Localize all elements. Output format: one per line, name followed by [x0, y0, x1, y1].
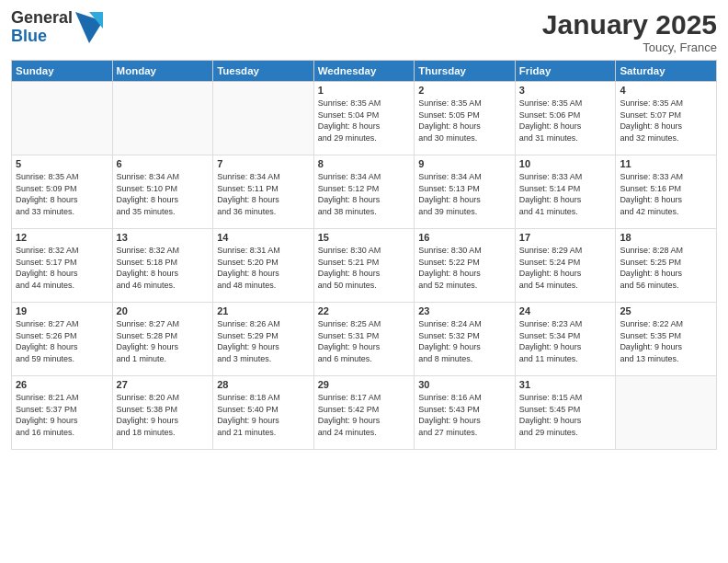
calendar-week-row: 12Sunrise: 8:32 AM Sunset: 5:17 PM Dayli… — [12, 229, 717, 303]
day-info: Sunrise: 8:18 AM Sunset: 5:40 PM Dayligh… — [217, 392, 310, 438]
header-monday: Monday — [112, 61, 213, 82]
logo-general: General — [11, 9, 73, 28]
day-number: 18 — [620, 232, 712, 243]
calendar: Sunday Monday Tuesday Wednesday Thursday… — [11, 60, 717, 450]
calendar-week-row: 19Sunrise: 8:27 AM Sunset: 5:26 PM Dayli… — [12, 303, 717, 376]
day-info: Sunrise: 8:29 AM Sunset: 5:24 PM Dayligh… — [519, 245, 612, 291]
day-info: Sunrise: 8:34 AM Sunset: 5:11 PM Dayligh… — [217, 171, 310, 217]
table-row: 22Sunrise: 8:25 AM Sunset: 5:31 PM Dayli… — [313, 303, 415, 376]
day-info: Sunrise: 8:30 AM Sunset: 5:21 PM Dayligh… — [318, 245, 411, 291]
header-saturday: Saturday — [616, 61, 717, 82]
header-thursday: Thursday — [415, 61, 516, 82]
header-sunday: Sunday — [12, 61, 113, 82]
day-number: 30 — [418, 379, 511, 390]
table-row: 14Sunrise: 8:31 AM Sunset: 5:20 PM Dayli… — [213, 229, 314, 303]
day-info: Sunrise: 8:32 AM Sunset: 5:17 PM Dayligh… — [16, 245, 108, 291]
day-info: Sunrise: 8:17 AM Sunset: 5:42 PM Dayligh… — [318, 392, 411, 438]
day-info: Sunrise: 8:32 AM Sunset: 5:18 PM Dayligh… — [117, 245, 210, 291]
table-row: 19Sunrise: 8:27 AM Sunset: 5:26 PM Dayli… — [12, 303, 113, 376]
day-info: Sunrise: 8:24 AM Sunset: 5:32 PM Dayligh… — [418, 318, 511, 364]
table-row: 10Sunrise: 8:33 AM Sunset: 5:14 PM Dayli… — [515, 155, 616, 229]
title-area: January 2025 Toucy, France — [542, 9, 717, 54]
table-row: 15Sunrise: 8:30 AM Sunset: 5:21 PM Dayli… — [313, 229, 415, 303]
day-info: Sunrise: 8:20 AM Sunset: 5:38 PM Dayligh… — [117, 392, 210, 438]
table-row: 9Sunrise: 8:34 AM Sunset: 5:13 PM Daylig… — [415, 155, 516, 229]
day-info: Sunrise: 8:33 AM Sunset: 5:14 PM Dayligh… — [519, 171, 612, 217]
location: Toucy, France — [542, 40, 717, 54]
day-info: Sunrise: 8:15 AM Sunset: 5:45 PM Dayligh… — [519, 392, 612, 438]
day-number: 8 — [318, 158, 411, 169]
table-row: 21Sunrise: 8:26 AM Sunset: 5:29 PM Dayli… — [213, 303, 314, 376]
day-info: Sunrise: 8:35 AM Sunset: 5:06 PM Dayligh… — [519, 98, 612, 144]
logo-blue: Blue — [11, 28, 73, 46]
day-number: 25 — [620, 305, 712, 316]
table-row: 16Sunrise: 8:30 AM Sunset: 5:22 PM Dayli… — [415, 229, 516, 303]
day-info: Sunrise: 8:35 AM Sunset: 5:07 PM Dayligh… — [620, 98, 712, 144]
table-row — [616, 376, 717, 450]
day-info: Sunrise: 8:27 AM Sunset: 5:26 PM Dayligh… — [16, 318, 108, 364]
day-number: 15 — [318, 232, 411, 243]
day-info: Sunrise: 8:28 AM Sunset: 5:25 PM Dayligh… — [620, 245, 712, 291]
day-number: 21 — [217, 305, 310, 316]
table-row: 12Sunrise: 8:32 AM Sunset: 5:17 PM Dayli… — [12, 229, 113, 303]
table-row: 26Sunrise: 8:21 AM Sunset: 5:37 PM Dayli… — [12, 376, 113, 450]
day-number: 31 — [519, 379, 612, 390]
month-title: January 2025 — [542, 9, 717, 40]
logo-text: General Blue — [11, 9, 73, 46]
table-row: 31Sunrise: 8:15 AM Sunset: 5:45 PM Dayli… — [515, 376, 616, 450]
table-row: 20Sunrise: 8:27 AM Sunset: 5:28 PM Dayli… — [112, 303, 213, 376]
table-row: 11Sunrise: 8:33 AM Sunset: 5:16 PM Dayli… — [616, 155, 717, 229]
day-info: Sunrise: 8:35 AM Sunset: 5:09 PM Dayligh… — [16, 171, 108, 217]
table-row — [112, 82, 213, 155]
day-number: 1 — [318, 85, 411, 96]
day-info: Sunrise: 8:26 AM Sunset: 5:29 PM Dayligh… — [217, 318, 310, 364]
table-row: 7Sunrise: 8:34 AM Sunset: 5:11 PM Daylig… — [213, 155, 314, 229]
day-number: 9 — [418, 158, 511, 169]
calendar-week-row: 5Sunrise: 8:35 AM Sunset: 5:09 PM Daylig… — [12, 155, 717, 229]
day-info: Sunrise: 8:23 AM Sunset: 5:34 PM Dayligh… — [519, 318, 612, 364]
table-row — [12, 82, 113, 155]
table-row: 8Sunrise: 8:34 AM Sunset: 5:12 PM Daylig… — [313, 155, 415, 229]
day-info: Sunrise: 8:30 AM Sunset: 5:22 PM Dayligh… — [418, 245, 511, 291]
table-row: 3Sunrise: 8:35 AM Sunset: 5:06 PM Daylig… — [515, 82, 616, 155]
day-info: Sunrise: 8:27 AM Sunset: 5:28 PM Dayligh… — [117, 318, 210, 364]
day-number: 20 — [117, 305, 210, 316]
day-number: 3 — [519, 85, 612, 96]
table-row — [213, 82, 314, 155]
table-row: 24Sunrise: 8:23 AM Sunset: 5:34 PM Dayli… — [515, 303, 616, 376]
day-number: 7 — [217, 158, 310, 169]
header-tuesday: Tuesday — [213, 61, 314, 82]
day-number: 23 — [418, 305, 511, 316]
table-row: 17Sunrise: 8:29 AM Sunset: 5:24 PM Dayli… — [515, 229, 616, 303]
day-info: Sunrise: 8:35 AM Sunset: 5:04 PM Dayligh… — [318, 98, 411, 144]
header-wednesday: Wednesday — [313, 61, 415, 82]
logo: General Blue — [11, 9, 103, 46]
table-row: 28Sunrise: 8:18 AM Sunset: 5:40 PM Dayli… — [213, 376, 314, 450]
day-number: 12 — [16, 232, 108, 243]
day-info: Sunrise: 8:34 AM Sunset: 5:13 PM Dayligh… — [418, 171, 511, 217]
table-row: 6Sunrise: 8:34 AM Sunset: 5:10 PM Daylig… — [112, 155, 213, 229]
table-row: 30Sunrise: 8:16 AM Sunset: 5:43 PM Dayli… — [415, 376, 516, 450]
calendar-week-row: 1Sunrise: 8:35 AM Sunset: 5:04 PM Daylig… — [12, 82, 717, 155]
day-number: 5 — [16, 158, 108, 169]
table-row: 18Sunrise: 8:28 AM Sunset: 5:25 PM Dayli… — [616, 229, 717, 303]
day-number: 22 — [318, 305, 411, 316]
day-number: 28 — [217, 379, 310, 390]
day-info: Sunrise: 8:34 AM Sunset: 5:10 PM Dayligh… — [117, 171, 210, 217]
header-friday: Friday — [515, 61, 616, 82]
day-number: 10 — [519, 158, 612, 169]
day-info: Sunrise: 8:16 AM Sunset: 5:43 PM Dayligh… — [418, 392, 511, 438]
day-info: Sunrise: 8:21 AM Sunset: 5:37 PM Dayligh… — [16, 392, 108, 438]
day-info: Sunrise: 8:33 AM Sunset: 5:16 PM Dayligh… — [620, 171, 712, 217]
day-number: 26 — [16, 379, 108, 390]
day-info: Sunrise: 8:22 AM Sunset: 5:35 PM Dayligh… — [620, 318, 712, 364]
day-number: 19 — [16, 305, 108, 316]
table-row: 4Sunrise: 8:35 AM Sunset: 5:07 PM Daylig… — [616, 82, 717, 155]
day-number: 17 — [519, 232, 612, 243]
table-row: 27Sunrise: 8:20 AM Sunset: 5:38 PM Dayli… — [112, 376, 213, 450]
day-number: 27 — [117, 379, 210, 390]
calendar-week-row: 26Sunrise: 8:21 AM Sunset: 5:37 PM Dayli… — [12, 376, 717, 450]
header: General Blue January 2025 Toucy, France — [11, 9, 717, 54]
table-row: 5Sunrise: 8:35 AM Sunset: 5:09 PM Daylig… — [12, 155, 113, 229]
day-number: 16 — [418, 232, 511, 243]
